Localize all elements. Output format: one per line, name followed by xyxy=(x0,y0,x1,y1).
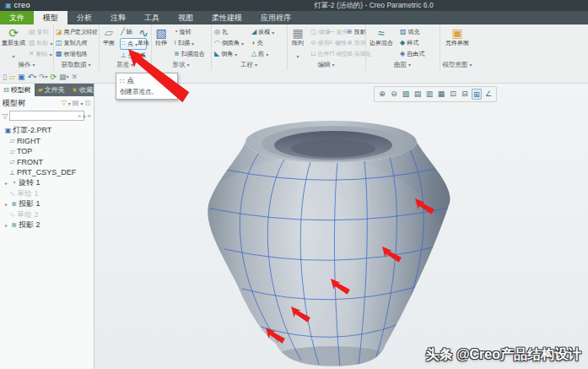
revolve-button[interactable]: ◔旋转 xyxy=(173,27,206,37)
style-button[interactable]: ◆样式 xyxy=(399,38,425,48)
delete-button[interactable]: ✕删除▾ xyxy=(28,49,54,59)
tab-annotate[interactable]: 注释 xyxy=(101,11,135,24)
plane-button[interactable]: ▱ 平面 xyxy=(99,26,119,46)
search-caret-icon[interactable]: ▾ xyxy=(83,113,85,119)
boundary-blend-button[interactable]: ≈ 边界混合 xyxy=(367,26,396,46)
pattern-icon: ▦ xyxy=(287,26,309,40)
redo-button[interactable]: ↷▾ xyxy=(39,72,48,83)
solidify-icon: ⊞ xyxy=(347,50,353,58)
expand-all-icon[interactable]: + xyxy=(87,112,91,120)
panel-tabs: ⊟模型树 ▰文件夹 ★收藏夹 xyxy=(0,84,94,96)
group-label-engineering[interactable]: 工程 xyxy=(240,61,253,68)
shell-icon: ◖ xyxy=(251,39,256,47)
tab-folder-browser[interactable]: ▰文件夹 xyxy=(35,84,68,96)
tree-item-csys[interactable]: ⊥PRT_CSYS_DEF xyxy=(0,167,94,178)
regenerate-quick-button[interactable]: ⟳ xyxy=(51,72,57,83)
group-label-shapes[interactable]: 形状 xyxy=(172,61,185,68)
draft-button[interactable]: ◢拔模▾ xyxy=(251,27,275,37)
expand-icon[interactable]: ▸ xyxy=(3,222,9,228)
fill-button[interactable]: ▨填充 xyxy=(399,27,425,37)
tree-search-input[interactable] xyxy=(9,111,84,121)
freestyle-icon: ◈ xyxy=(400,50,405,58)
tab-view[interactable]: 视图 xyxy=(169,11,202,24)
udf-icon: ◪ xyxy=(56,28,62,36)
round-icon: ◠ xyxy=(214,39,220,47)
rib-button[interactable]: △筋▾ xyxy=(251,49,275,59)
swept-blend-button[interactable]: ≋扫描混合 xyxy=(173,49,206,59)
chamfer-button[interactable]: ◣倒角▾ xyxy=(213,49,245,59)
tree-filter-icon[interactable]: ▽ xyxy=(62,99,67,107)
window-button[interactable]: ▦▾ xyxy=(59,72,69,83)
tree-columns-icon[interactable]: ▥ xyxy=(84,99,91,107)
copy-icon: ▤ xyxy=(29,28,35,36)
freestyle-button[interactable]: ◈自由式 xyxy=(399,49,425,59)
round-button[interactable]: ◠倒圆角▾ xyxy=(213,38,245,48)
save-button[interactable]: ▣ xyxy=(18,72,25,83)
tree-item-part[interactable]: ▣灯罩-2.PRT xyxy=(0,125,94,136)
group-get-data: ◪用户定义特征 ◫复制几何 ▩收缩包络 获取数据 ▾ xyxy=(53,24,100,70)
plane-icon: ▱ xyxy=(99,26,119,40)
extrude-button[interactable]: ▧ 拉伸 xyxy=(151,26,171,46)
model-tree-tab-icon: ⊟ xyxy=(3,86,9,94)
sweep-button[interactable]: ≀扫描▾ xyxy=(173,38,206,48)
paste-button[interactable]: ▥粘贴▾ xyxy=(28,38,54,48)
search-clear-icon[interactable]: × xyxy=(78,113,81,119)
group-editing: ▦ 阵列 ▾ ◫镜像 ⊘修剪 ⊔合并 ⊢延伸 ≡偏移 ⊓相交 ≋投影 ⊕加厚 ⊞… xyxy=(287,24,366,70)
group-label-get-data[interactable]: 获取数据 xyxy=(61,61,86,68)
offset-icon: ≡ xyxy=(329,39,333,47)
tab-tools[interactable]: 工具 xyxy=(135,11,169,24)
window-title: 灯罩-2 (活动的) - Creo Parametric 6.0 xyxy=(314,0,434,11)
tree-item-sketch-1[interactable]: ∿草绘 1 xyxy=(0,188,94,199)
tree-item-project-1[interactable]: ▸≋投影 1 xyxy=(0,199,94,210)
tree-item-project-2[interactable]: ▸≋投影 2 xyxy=(0,220,94,231)
swept-blend-icon: ≋ xyxy=(174,50,180,58)
expand-icon[interactable]: ▸ xyxy=(3,180,9,186)
tab-file[interactable]: 文件 xyxy=(0,11,34,24)
tab-analysis[interactable]: 分析 xyxy=(67,11,101,24)
tab-applications[interactable]: 应用程序 xyxy=(251,11,300,24)
csys-button[interactable]: ⊥坐标系 xyxy=(120,51,147,61)
tree-item-sketch-2[interactable]: ∿草绘 2 xyxy=(0,209,94,220)
shell-button[interactable]: ◖壳 xyxy=(251,38,275,48)
point-tooltip: ∷点 创建基准点。 xyxy=(116,73,178,100)
expand-icon[interactable]: ▸ xyxy=(3,201,9,207)
quick-access-toolbar: ▯ ▱ ▣ ↶▾ ↷▾ ⟳ ▦▾ ✕ xyxy=(0,71,588,84)
csys-icon: ⊥ xyxy=(8,169,17,176)
new-file-button[interactable]: ▯ xyxy=(3,72,7,83)
regenerate-button[interactable]: ⟳ 重新生成 ▾ xyxy=(1,26,26,62)
open-button[interactable]: ▱ xyxy=(9,72,15,83)
tree-item-top[interactable]: ▱TOP xyxy=(0,146,94,157)
udf-button[interactable]: ◪用户定义特征 xyxy=(55,27,99,37)
datum-plane-icon: ▱ xyxy=(8,148,17,155)
component-interface-button[interactable]: ▣ 元件界面 xyxy=(443,26,472,46)
group-label-model-intent[interactable]: 模型意图 xyxy=(442,61,467,68)
group-label-editing[interactable]: 编辑 xyxy=(317,61,330,68)
group-label-datum[interactable]: 基准 xyxy=(116,61,129,68)
tab-model[interactable]: 模型 xyxy=(34,11,67,24)
group-label-operations[interactable]: 操作 xyxy=(18,61,30,68)
pattern-button[interactable]: ▦ 阵列 ▾ xyxy=(287,26,309,62)
model-tree-title: 模型树 xyxy=(3,98,60,109)
hole-button[interactable]: ◎孔 xyxy=(213,27,245,37)
copy-button[interactable]: ▤复制 xyxy=(28,27,54,37)
group-shapes: ▧ 拉伸 ◔旋转 ≀扫描▾ ≋扫描混合 形状 ▾ xyxy=(151,24,212,70)
tab-model-tree[interactable]: ⊟模型树 xyxy=(0,84,35,96)
close-window-button[interactable]: ✕ xyxy=(72,72,78,83)
sketch-button[interactable]: ∿ 草绘 xyxy=(136,26,151,46)
point-icon: ∷ xyxy=(121,40,126,48)
undo-button[interactable]: ↶▾ xyxy=(27,72,36,83)
group-label-surfaces[interactable]: 曲面 xyxy=(394,61,407,68)
model-vase[interactable] xyxy=(94,84,588,369)
project-feature-icon: ≋ xyxy=(9,221,19,229)
regenerate-caret-icon: ▾ xyxy=(12,54,14,59)
tree-item-right[interactable]: ▱RIGHT xyxy=(0,136,94,147)
group-engineering: ◎孔 ◠倒圆角▾ ◣倒角▾ ◢拔模▾ ◖壳 △筋▾ 工程 ▾ xyxy=(211,24,288,70)
tab-flexible-modeling[interactable]: 柔性建模 xyxy=(202,11,251,24)
copy-geometry-button[interactable]: ◫复制几何 xyxy=(55,38,99,48)
shrinkwrap-button[interactable]: ▩收缩包络 xyxy=(55,49,99,59)
tree-settings-icon[interactable]: ▤ xyxy=(73,99,79,107)
tree-item-front[interactable]: ▱FRONT xyxy=(0,157,94,168)
tree-item-revolve-1[interactable]: ▸◔旋转 1 xyxy=(0,178,94,189)
thicken-icon: ⊕ xyxy=(347,39,353,47)
axis-icon: ╱ xyxy=(121,28,125,36)
